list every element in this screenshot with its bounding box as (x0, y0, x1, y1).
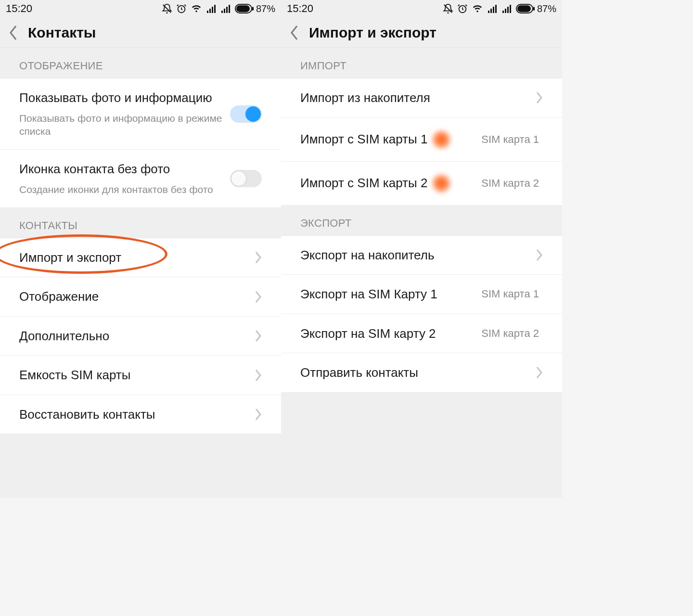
row-export-sim1[interactable]: Экспорт на SIM Карту 1 SIM карта 1 (281, 275, 562, 314)
row-title: Иконка контакта без фото (19, 161, 170, 177)
row-export-storage[interactable]: Экспорт на накопитель (281, 236, 562, 275)
row-title: Импорт с SIM карты 2 (300, 175, 427, 191)
row-value: SIM карта 2 (481, 327, 539, 340)
page-title: Контакты (28, 25, 96, 41)
row-title: Импорт и экспорт (19, 250, 121, 266)
row-value: SIM карта 2 (481, 177, 539, 190)
row-title: Отправить контакты (300, 365, 418, 381)
chevron-right-icon (255, 251, 262, 264)
row-import-export[interactable]: Импорт и экспорт (0, 238, 281, 278)
section-header-import: ИМПОРТ (281, 48, 562, 78)
toggle-show-photo[interactable] (230, 105, 262, 123)
page-title: Импорт и экспорт (309, 25, 436, 41)
title-bar: Контакты (0, 17, 281, 48)
svg-rect-6 (221, 11, 223, 13)
svg-rect-20 (505, 9, 506, 13)
chevron-right-icon (536, 366, 543, 379)
settings-list: ОТОБРАЖЕНИЕ Показывать фото и информацию… (0, 48, 281, 441)
row-title: Показывать фото и информацию (19, 90, 212, 106)
svg-rect-5 (214, 5, 216, 13)
phone-right-import-export: 15:20 87% Импорт и экспорт ИМПОРТ Импорт… (281, 0, 562, 498)
row-display[interactable]: Отображение (0, 277, 281, 317)
svg-rect-19 (502, 11, 504, 13)
status-bar: 15:20 87% (0, 0, 281, 17)
row-title: Экспорт на SIM Карту 1 (300, 286, 437, 302)
row-value: SIM карта 1 (481, 133, 539, 146)
chevron-right-icon (536, 249, 543, 261)
row-title: Дополнительно (19, 328, 109, 344)
status-bar: 15:20 87% (281, 0, 562, 17)
row-subtitle: Показывать фото и информацию в режиме сп… (19, 112, 230, 138)
chevron-right-icon (255, 291, 262, 303)
row-send-contacts[interactable]: Отправить контакты (281, 353, 562, 393)
status-time: 15:20 (287, 2, 313, 15)
row-show-photo-info[interactable]: Показывать фото и информацию Показывать … (0, 78, 281, 150)
row-title: Экспорт на накопитель (300, 247, 434, 263)
svg-rect-3 (209, 9, 211, 13)
row-value: SIM карта 1 (481, 288, 539, 300)
row-more[interactable]: Дополнительно (0, 317, 281, 356)
wifi-icon (472, 3, 483, 14)
svg-rect-17 (493, 7, 494, 13)
row-import-sim2[interactable]: Импорт с SIM карты 2 SIM карта 2 (281, 162, 562, 205)
row-import-sim1[interactable]: Импорт с SIM карты 1 SIM карта 1 (281, 118, 562, 162)
battery-icon (235, 4, 254, 13)
svg-rect-24 (517, 5, 531, 12)
svg-rect-25 (533, 7, 535, 11)
row-title: Емкость SIM карты (19, 367, 130, 383)
svg-rect-12 (252, 7, 254, 11)
back-icon[interactable] (290, 25, 299, 41)
section-header-display: ОТОБРАЖЕНИЕ (0, 48, 281, 78)
row-import-storage[interactable]: Импорт из накопителя (281, 78, 562, 118)
row-title: Восстановить контакты (19, 407, 155, 423)
svg-rect-15 (488, 11, 489, 13)
highlight-dot-icon (431, 173, 451, 193)
svg-rect-16 (490, 9, 492, 13)
back-icon[interactable] (9, 25, 18, 41)
row-title: Импорт из накопителя (300, 90, 430, 106)
row-title: Экспорт на SIM карту 2 (300, 326, 436, 342)
svg-rect-9 (229, 5, 230, 13)
signal-2-icon (220, 4, 231, 13)
battery-percent: 87% (256, 3, 275, 14)
svg-rect-2 (207, 11, 208, 13)
section-header-export: ЭКСПОРТ (281, 205, 562, 236)
svg-rect-4 (212, 7, 213, 13)
row-subtitle: Создание иконки для контактов без фото (19, 183, 213, 196)
chevron-right-icon (255, 330, 262, 342)
signal-1-icon (487, 4, 498, 13)
status-icons: 87% (443, 3, 556, 14)
toggle-icon-no-photo[interactable] (230, 170, 262, 187)
signal-2-icon (501, 4, 512, 13)
wifi-icon (191, 3, 202, 14)
chevron-right-icon (255, 408, 262, 421)
alarm-icon (176, 3, 187, 14)
bell-off-icon (443, 3, 453, 14)
phone-left-contacts-settings: 15:20 87% Контакты ОТОБРАЖЕНИЕ (0, 0, 281, 498)
svg-rect-8 (226, 7, 228, 13)
chevron-right-icon (536, 91, 543, 104)
signal-1-icon (206, 4, 217, 13)
status-time: 15:20 (6, 2, 32, 15)
chevron-right-icon (255, 369, 262, 382)
row-export-sim2[interactable]: Экспорт на SIM карту 2 SIM карта 2 (281, 314, 562, 354)
battery-icon (516, 4, 535, 13)
row-sim-capacity[interactable]: Емкость SIM карты (0, 356, 281, 395)
svg-rect-7 (224, 9, 225, 13)
alarm-icon (457, 3, 468, 14)
svg-rect-21 (507, 7, 509, 13)
title-bar: Импорт и экспорт (281, 17, 562, 48)
row-title: Импорт с SIM карты 1 (300, 131, 427, 147)
battery-percent: 87% (537, 3, 556, 14)
import-export-list: ИМПОРТ Импорт из накопителя Импорт с SIM… (281, 48, 562, 393)
row-restore-contacts[interactable]: Восстановить контакты (0, 395, 281, 435)
row-title: Отображение (19, 289, 99, 305)
row-icon-no-photo[interactable]: Иконка контакта без фото Создание иконки… (0, 150, 281, 208)
svg-rect-22 (510, 5, 511, 13)
section-header-contacts: КОНТАКТЫ (0, 208, 281, 238)
bell-off-icon (162, 3, 172, 14)
status-icons: 87% (162, 3, 275, 14)
svg-rect-18 (495, 5, 497, 13)
svg-rect-11 (236, 5, 250, 12)
highlight-dot-icon (431, 129, 451, 150)
